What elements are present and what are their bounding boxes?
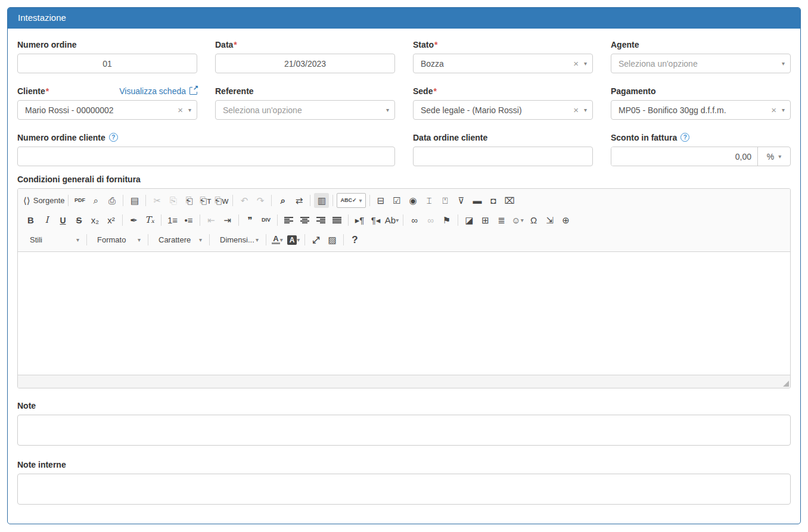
data-ordine-cliente-input[interactable] xyxy=(413,147,593,166)
select-field-button[interactable]: ⊽ xyxy=(454,193,469,208)
anchor-button[interactable]: ⚑ xyxy=(439,213,454,228)
editor-bottom-bar xyxy=(18,375,790,388)
copy-formatting-button[interactable]: ✒ xyxy=(126,213,141,228)
background-color-button[interactable]: A▾ xyxy=(286,232,301,247)
spell-check-button[interactable]: ABC✓▾ xyxy=(337,193,365,208)
create-div-icon: DIV xyxy=(262,217,271,223)
blockquote-button[interactable]: ❞ xyxy=(243,213,257,228)
pagamento-select[interactable]: MP05 - Bonifico 30gg d.f.f.m. × ▾ xyxy=(611,100,791,120)
bidi-rtl-button[interactable]: ¶◂ xyxy=(368,213,383,228)
form-icon: ⊟ xyxy=(377,196,385,205)
paste-from-word-icon: ⎗ᴡ xyxy=(215,196,229,205)
chevron-down-icon: ▾ xyxy=(782,107,785,113)
bulleted-list-button[interactable]: •≡ xyxy=(181,213,196,228)
about-button[interactable]: ? xyxy=(347,232,362,247)
numero-ordine-label: Numero ordine xyxy=(17,40,77,49)
iframe-icon: ⊕ xyxy=(562,216,570,225)
image-button-button[interactable]: ◘ xyxy=(486,193,501,208)
stato-select[interactable]: Bozza × ▾ xyxy=(413,54,593,73)
strikethrough-button[interactable]: S xyxy=(72,213,86,228)
subscript-button[interactable]: x₂ xyxy=(88,213,102,228)
iframe-button[interactable]: ⊕ xyxy=(558,213,573,228)
font-size-combo[interactable]: Dimensi...▾ xyxy=(213,232,262,247)
sconto-unit-select[interactable]: % ▾ xyxy=(757,147,790,166)
smiley-button[interactable]: ☺▾ xyxy=(510,213,525,228)
select-all-icon: ▥ xyxy=(318,196,326,205)
italic-button[interactable]: I xyxy=(39,213,54,228)
styles-combo[interactable]: Stili▾ xyxy=(23,232,83,247)
numero-ordine-cliente-input[interactable] xyxy=(17,147,395,166)
radio-button-button[interactable]: ◉ xyxy=(406,193,421,208)
font-combo[interactable]: Carattere▾ xyxy=(152,232,206,247)
toolbar-separator xyxy=(266,234,266,245)
visualizza-scheda-link[interactable]: Visualizza scheda xyxy=(119,86,197,96)
preview-button[interactable]: ⌕ xyxy=(88,193,103,208)
paste-from-word-button[interactable]: ⎗ᴡ xyxy=(214,193,229,208)
help-icon[interactable]: ? xyxy=(109,133,118,142)
clear-icon[interactable]: × xyxy=(568,58,584,69)
format-combo[interactable]: Formato▾ xyxy=(91,232,144,247)
export-pdf-button[interactable]: PDF xyxy=(72,193,87,208)
underline-button[interactable]: U xyxy=(55,213,70,228)
horizontal-rule-button[interactable]: ≣ xyxy=(494,213,509,228)
note-interne-textarea[interactable] xyxy=(17,474,791,505)
sconto-input[interactable] xyxy=(611,147,757,166)
text-color-button[interactable]: A▾ xyxy=(270,232,285,247)
maximize-button[interactable]: ⤢ xyxy=(309,232,324,247)
create-div-button[interactable]: DIV xyxy=(259,213,274,228)
source-icon: ⟨⟩ xyxy=(23,196,30,205)
horizontal-rule-icon: ≣ xyxy=(498,216,505,225)
remove-format-button[interactable]: Tₓ xyxy=(142,213,157,228)
print-button[interactable]: ⎙ xyxy=(104,193,119,208)
find-button[interactable]: ⌕ xyxy=(275,193,290,208)
paste-as-text-button[interactable]: ⎗ᴛ xyxy=(198,193,213,208)
button-field-button[interactable]: ▬ xyxy=(470,193,485,208)
indent-button[interactable]: ⇥ xyxy=(220,213,235,228)
bidi-ltr-button[interactable]: ▸¶ xyxy=(352,213,367,228)
resize-grip[interactable] xyxy=(783,381,789,387)
subscript-icon: x₂ xyxy=(91,216,99,225)
align-right-button[interactable] xyxy=(313,213,328,228)
language-button[interactable]: Ab▾ xyxy=(384,213,399,228)
referente-select[interactable]: Seleziona un'opzione ▾ xyxy=(215,100,395,120)
select-all-button[interactable]: ▥ xyxy=(314,193,329,208)
align-left-button[interactable] xyxy=(281,213,296,228)
text-field-button[interactable]: ⌶ xyxy=(422,193,437,208)
replace-button[interactable]: ⇄ xyxy=(291,193,306,208)
page-break-button[interactable]: ⇲ xyxy=(542,213,557,228)
redo-icon: ↷ xyxy=(257,196,265,205)
superscript-button[interactable]: x² xyxy=(104,213,119,228)
bold-button[interactable]: B xyxy=(23,213,38,228)
editor-content-area[interactable] xyxy=(18,252,790,375)
checkbox-button[interactable]: ☑ xyxy=(390,193,405,208)
agente-select[interactable]: Seleziona un'opzione ▾ xyxy=(611,54,791,73)
sede-select[interactable]: Sede legale - (Mario Rossi) × ▾ xyxy=(413,100,593,120)
cliente-select[interactable]: Mario Rossi - 00000002 × ▾ xyxy=(17,100,197,120)
image-button[interactable]: ◪ xyxy=(462,213,477,228)
paste-button[interactable]: ⎗ xyxy=(182,193,197,208)
clear-icon[interactable]: × xyxy=(766,105,782,115)
help-icon[interactable]: ? xyxy=(680,133,689,142)
field-stato: Stato* Bozza × ▾ xyxy=(413,39,593,73)
bidi-rtl-icon: ¶◂ xyxy=(371,216,381,225)
templates-button[interactable]: ▤ xyxy=(127,193,142,208)
required-asterisk: * xyxy=(434,40,437,49)
link-button[interactable]: ∞ xyxy=(407,213,422,228)
data-input[interactable] xyxy=(215,54,395,73)
special-char-button[interactable]: Ω xyxy=(526,213,541,228)
hidden-field-button[interactable]: ⌧ xyxy=(502,193,517,208)
cut-button: ✂ xyxy=(150,193,164,208)
numero-ordine-input[interactable] xyxy=(17,54,197,73)
align-center-button[interactable] xyxy=(297,213,312,228)
form-button[interactable]: ⊟ xyxy=(374,193,389,208)
align-justify-button[interactable] xyxy=(330,213,344,228)
source-button[interactable]: ⟨⟩Sorgente xyxy=(23,193,64,208)
textarea-field-button[interactable]: ⍞ xyxy=(438,193,453,208)
numbered-list-button[interactable]: 1≡ xyxy=(165,213,180,228)
toolbar-separator xyxy=(148,234,148,245)
clear-icon[interactable]: × xyxy=(568,105,584,115)
note-textarea[interactable] xyxy=(17,415,791,446)
show-blocks-button[interactable]: ▨ xyxy=(325,232,340,247)
clear-icon[interactable]: × xyxy=(172,105,188,115)
table-button[interactable]: ⊞ xyxy=(478,213,493,228)
